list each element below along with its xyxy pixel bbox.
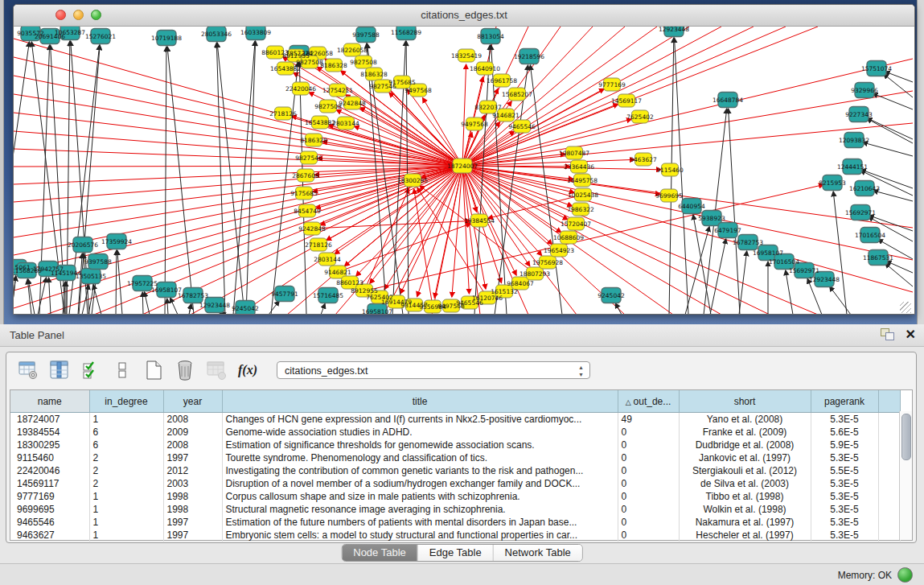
cell-in_degree[interactable]: 6 — [89, 439, 163, 451]
cell-year[interactable]: 2008 — [163, 439, 222, 451]
table-row[interactable]: 1830029562008Estimation of significance … — [10, 439, 900, 451]
table-row[interactable]: 977716911998Corpus callosum shape and si… — [10, 490, 900, 503]
cell-out_de...[interactable]: 0 — [618, 529, 679, 542]
row-options-icon[interactable] — [110, 358, 134, 382]
cell-in_degree[interactable]: 1 — [89, 503, 163, 516]
cell-name[interactable]: 9465546 — [10, 516, 89, 529]
cell-year[interactable]: 1998 — [163, 503, 222, 516]
cell-name[interactable]: 19384554 — [10, 426, 89, 439]
cell-title[interactable]: Genome-wide association studies in ADHD. — [222, 426, 618, 439]
table-scrollbar-thumb[interactable] — [901, 414, 911, 460]
cell-out_de...[interactable]: 0 — [618, 439, 679, 451]
column-header-in_degree[interactable]: in_degree — [89, 390, 163, 413]
network-canvas[interactable]: 9035572206914061065328715276021107191882… — [14, 27, 913, 315]
column-header-name[interactable]: name — [10, 390, 89, 413]
cell-year[interactable]: 1998 — [163, 490, 222, 503]
cell-short[interactable]: Hescheler et al. (1997) — [679, 529, 811, 542]
cell-out_de...[interactable]: 49 — [618, 413, 679, 426]
cell-pagerank[interactable]: 5.3E-5 — [811, 413, 878, 426]
cell-pagerank[interactable]: 5.3E-5 — [811, 477, 878, 490]
memory-status-button[interactable] — [897, 567, 913, 583]
column-header-short[interactable]: short — [679, 390, 811, 413]
cell-in_degree[interactable]: 2 — [89, 451, 163, 464]
cell-short[interactable]: Franke et al. (2009) — [679, 426, 811, 439]
table-row[interactable]: 946554611997Estimation of the future num… — [10, 516, 900, 529]
cell-title[interactable]: Changes of HCN gene expression and I(f) … — [222, 413, 618, 426]
cell-short[interactable]: Jankovic et al. (1997) — [679, 451, 811, 464]
table-row[interactable]: 969969511998Structural magnetic resonanc… — [10, 503, 900, 516]
window-resize-grip[interactable] — [900, 302, 911, 313]
cell-short[interactable]: Yano et al. (2008) — [679, 413, 811, 426]
cell-year[interactable]: 1997 — [163, 529, 222, 542]
cell-year[interactable]: 2003 — [163, 477, 222, 490]
table-row[interactable]: 2242004622012Investigating the contribut… — [10, 464, 900, 477]
cell-out_de...[interactable]: 0 — [618, 464, 679, 477]
cell-in_degree[interactable]: 2 — [89, 477, 163, 490]
column-selection-icon[interactable] — [79, 358, 103, 382]
cell-in_degree[interactable]: 2 — [89, 464, 163, 477]
cell-out_de...[interactable]: 0 — [618, 490, 679, 503]
cell-in_degree[interactable]: 1 — [89, 413, 163, 426]
cell-pagerank[interactable]: 5.3E-5 — [811, 503, 878, 516]
cell-title[interactable]: Estimation of significance thresholds fo… — [222, 439, 618, 451]
table-row[interactable]: 1872400712008Changes of HCN gene express… — [10, 413, 900, 426]
float-panel-icon[interactable] — [881, 328, 893, 340]
cell-out_de...[interactable]: 0 — [618, 516, 679, 529]
tab-network-table[interactable]: Network Table — [494, 545, 582, 561]
cell-name[interactable]: 9699695 — [10, 503, 89, 516]
function-builder-icon[interactable]: f(x) — [236, 358, 260, 382]
cell-pagerank[interactable]: 5.3E-5 — [811, 490, 878, 503]
cell-name[interactable]: 18300295 — [10, 439, 89, 451]
cell-title[interactable]: Estimation of the future numbers of pati… — [222, 516, 618, 529]
cell-title[interactable]: Investigating the contribution of common… — [222, 464, 618, 477]
cell-in_degree[interactable]: 1 — [89, 529, 163, 542]
tab-edge-table[interactable]: Edge Table — [418, 545, 494, 561]
network-graph[interactable]: 9035572206914061065328715276021107191882… — [14, 27, 913, 315]
cell-pagerank[interactable]: 5.3E-5 — [811, 451, 878, 464]
cell-pagerank[interactable]: 5.3E-5 — [811, 529, 878, 542]
table-selector-dropdown[interactable]: citations_edges.txt ▲▼ — [277, 361, 590, 379]
table-mode-icon[interactable] — [16, 358, 40, 382]
cell-year[interactable]: 2009 — [163, 426, 222, 439]
column-header-year[interactable]: year — [163, 390, 222, 413]
cell-short[interactable]: Tibbo et al. (1998) — [679, 490, 811, 503]
cell-year[interactable]: 1997 — [163, 451, 222, 464]
cell-name[interactable]: 18724007 — [10, 413, 89, 426]
column-header-pagerank[interactable]: pagerank — [811, 390, 878, 413]
cell-title[interactable]: Corpus callosum shape and size in male p… — [222, 490, 618, 503]
cell-pagerank[interactable]: 5.5E-5 — [811, 464, 878, 477]
table-row[interactable]: 1456911722003Disruption of a novel membe… — [10, 477, 900, 490]
table-scrollbar[interactable] — [899, 411, 912, 540]
cell-title[interactable]: Tourette syndrome. Phenomenology and cla… — [222, 451, 618, 464]
cell-out_de...[interactable]: 0 — [618, 477, 679, 490]
close-panel-icon[interactable]: ✕ — [906, 327, 916, 342]
cell-pagerank[interactable]: 5.6E-5 — [811, 426, 878, 439]
column-header-title[interactable]: title — [222, 390, 618, 413]
cell-title[interactable]: Embryonic stem cells: a model to study s… — [222, 529, 618, 542]
cell-short[interactable]: Stergiakouli et al. (2012) — [679, 464, 811, 477]
cell-short[interactable]: Wolkin et al. (1998) — [679, 503, 811, 516]
cell-year[interactable]: 2012 — [163, 464, 222, 477]
column-header-out_de...[interactable]: △out_de... — [618, 390, 679, 413]
column-visibility-icon[interactable] — [47, 358, 72, 382]
cell-name[interactable]: 22420046 — [10, 464, 89, 477]
cell-pagerank[interactable]: 5.9E-5 — [811, 439, 878, 451]
cell-short[interactable]: Dudbridge et al. (2008) — [679, 439, 811, 451]
cell-year[interactable]: 1997 — [163, 516, 222, 529]
cell-title[interactable]: Disruption of a novel member of a sodium… — [222, 477, 618, 490]
cell-out_de...[interactable]: 0 — [618, 426, 679, 439]
cell-out_de...[interactable]: 0 — [618, 451, 679, 464]
cell-name[interactable]: 9463627 — [10, 529, 89, 542]
tab-node-table[interactable]: Node Table — [342, 545, 418, 561]
cell-short[interactable]: Nakamura et al. (1997) — [679, 516, 811, 529]
cell-pagerank[interactable]: 5.3E-5 — [811, 516, 878, 529]
table-row[interactable]: 946362711997Embryonic stem cells: a mode… — [10, 529, 900, 542]
cell-name[interactable]: 9115460 — [10, 451, 89, 464]
cell-in_degree[interactable]: 1 — [89, 490, 163, 503]
cell-in_degree[interactable]: 6 — [89, 426, 163, 439]
table-row[interactable]: 911546021997Tourette syndrome. Phenomeno… — [10, 451, 900, 464]
cell-year[interactable]: 2008 — [163, 413, 222, 426]
cell-short[interactable]: de Silva et al. (2003) — [679, 477, 811, 490]
window-titlebar[interactable]: citations_edges.txt — [14, 5, 914, 27]
column-header-filler[interactable] — [878, 390, 900, 413]
